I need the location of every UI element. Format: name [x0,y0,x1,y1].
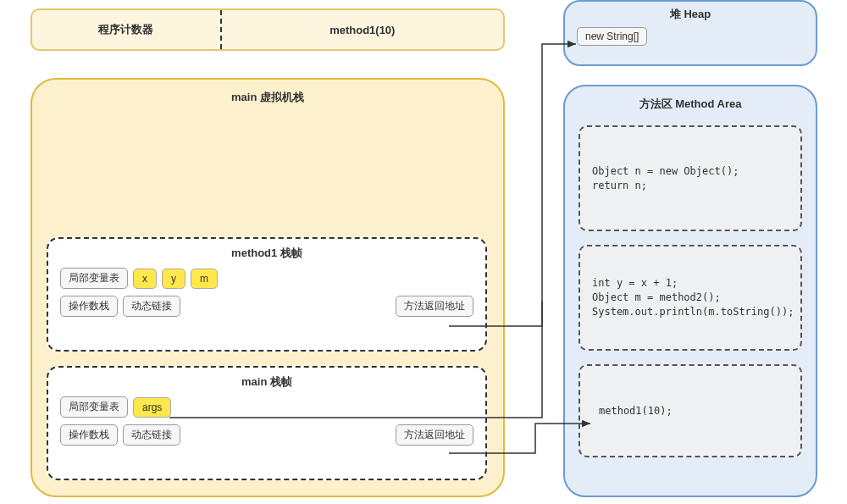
heap-box: 堆 Heap new String[] [563,0,817,66]
frame2-op-stack: 操作数栈 [60,424,118,446]
frame2-title: main 栈帧 [60,374,473,390]
program-counter-box: 程序计数器 method1(10) [30,8,505,51]
stack-frame-main: main 栈帧 局部变量表 args 操作数栈 动态链接 方法返回地址 [47,366,487,480]
method-area-title: 方法区 Method Area [579,97,802,112]
frame2-dyn-link: 动态链接 [123,424,180,446]
heap-title: 堆 Heap [577,7,804,22]
program-counter-label: 程序计数器 [32,22,220,37]
frame1-dyn-link: 动态链接 [123,296,180,317]
frame2-local-vars-row: 局部变量表 args [60,396,473,418]
frame1-var-y: y [162,269,185,289]
code-block-method2: Object n = new Object(); return n; [579,125,802,231]
heap-object: new String[] [577,27,647,46]
frame2-local-var-label: 局部变量表 [60,396,128,418]
frame1-var-x: x [133,269,157,289]
program-counter-value: method1(10) [222,24,503,36]
stack-frame-method1: method1 栈帧 局部变量表 x y m 操作数栈 动态链接 方法返回地址 [47,237,487,352]
frame1-local-vars-row: 局部变量表 x y m [60,268,473,289]
vm-stack-title: main 虚拟机栈 [32,90,503,105]
frame2-var-args: args [133,397,171,418]
frame1-return-addr: 方法返回地址 [396,296,473,317]
frame1-var-m: m [191,269,218,289]
frame1-local-var-label: 局部变量表 [60,268,128,289]
frame2-bottom-row: 操作数栈 动态链接 方法返回地址 [60,424,473,446]
frame1-title: method1 栈帧 [60,246,473,261]
frame1-op-stack: 操作数栈 [60,296,118,317]
frame2-return-addr: 方法返回地址 [396,424,473,446]
method-area-box: 方法区 Method Area Object n = new Object();… [563,85,817,497]
frame1-bottom-row: 操作数栈 动态链接 方法返回地址 [60,296,473,317]
code-block-method1: int y = x + 1; Object m = method2(); Sys… [579,245,802,351]
code-block-main: method1(10); [579,364,802,457]
